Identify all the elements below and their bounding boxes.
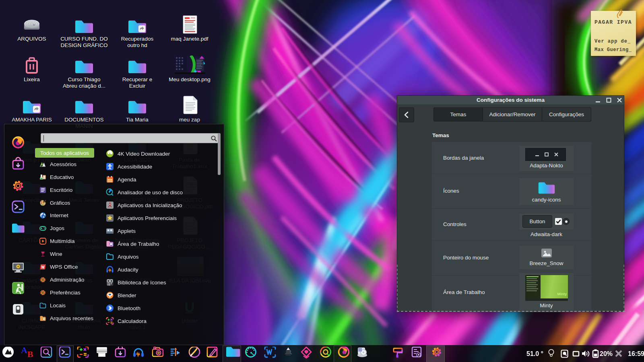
svg-text:A: A bbox=[21, 347, 27, 355]
svg-text:B: B bbox=[27, 349, 33, 359]
